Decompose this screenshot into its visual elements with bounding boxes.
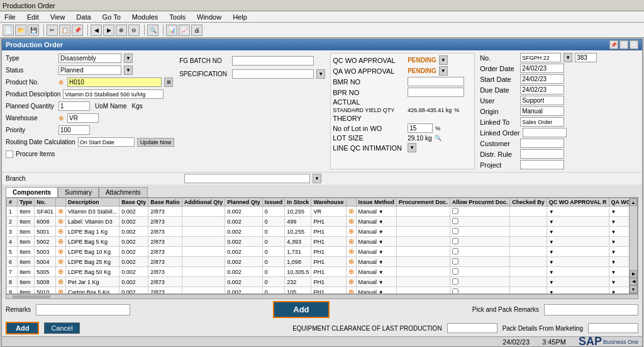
toolbar-btn-7[interactable]: ◀ xyxy=(91,25,102,36)
linked-to-input[interactable] xyxy=(520,117,564,127)
menu-window[interactable]: Window xyxy=(195,13,223,21)
toolbar-btn-9[interactable]: ⊕ xyxy=(116,25,127,36)
menu-view[interactable]: View xyxy=(48,13,67,21)
toolbar-btn-6[interactable]: 📌 xyxy=(72,25,83,36)
cell-qc-approval: ▼ xyxy=(547,277,609,287)
menu-tools[interactable]: Tools xyxy=(167,13,187,21)
no-lot-input[interactable] xyxy=(408,123,433,133)
table-row[interactable]: 5 Item 5003 ⊕ LDPE Bag 10 Kg 0.002 2/873… xyxy=(7,247,630,257)
toolbar-btn-4[interactable]: ✂ xyxy=(47,25,58,36)
cell-checked-by xyxy=(510,267,547,277)
branch-input[interactable] xyxy=(184,174,310,183)
toolbar-btn-1[interactable]: 📄 xyxy=(3,25,14,36)
specification-input[interactable] xyxy=(232,69,314,79)
window-close[interactable]: ✕ xyxy=(630,40,638,49)
window-restore[interactable]: ⊡ xyxy=(619,40,628,49)
priority-input[interactable] xyxy=(58,125,90,135)
spec-dropdown-btn[interactable]: ▼ xyxy=(316,69,325,79)
fg-batch-input[interactable] xyxy=(232,56,314,65)
no-input[interactable] xyxy=(520,53,561,62)
toolbar-btn-5[interactable]: 📋 xyxy=(59,25,70,36)
col-base-ratio: Base Ratio xyxy=(148,198,182,207)
table-row[interactable]: 4 Item 5002 ⊕ LDPE Bag 5 Kg 0.002 2/873 … xyxy=(7,237,630,247)
tab-attachments[interactable]: Attachments xyxy=(99,187,148,197)
scroll-left-btn[interactable]: ◀ xyxy=(630,278,637,285)
customer-input[interactable] xyxy=(520,139,564,148)
warehouse-input[interactable] xyxy=(67,113,99,123)
cell-planned-qty: 0.002 xyxy=(225,207,263,217)
line-qc-dropdown[interactable]: ▼ xyxy=(408,143,416,152)
table-row[interactable]: 1 Item SF401 ⊕ Vitamin D3 Stabiil... 0.0… xyxy=(7,207,630,217)
due-date-input[interactable] xyxy=(520,85,564,94)
procure-checkbox[interactable] xyxy=(6,151,13,158)
cell-base-qty: 0.002 xyxy=(119,217,148,227)
menu-edit[interactable]: Edit xyxy=(25,13,41,21)
planned-qty-input[interactable] xyxy=(58,101,90,111)
menu-help[interactable]: Help xyxy=(231,13,249,21)
menu-goto[interactable]: Go To xyxy=(101,13,123,21)
equipment-input[interactable] xyxy=(447,323,497,333)
branch-dropdown[interactable]: ▼ xyxy=(313,174,321,183)
big-add-button[interactable]: Add xyxy=(273,301,329,318)
cell-issued: 0 xyxy=(262,207,285,217)
cell-add-qty xyxy=(182,257,225,267)
distr-rule-input[interactable] xyxy=(520,149,564,159)
h-scrollbar-thumb[interactable] xyxy=(13,295,50,299)
update-now-btn[interactable]: Update Now xyxy=(137,138,175,147)
routing-input[interactable] xyxy=(78,137,135,147)
window-pin[interactable]: 📌 xyxy=(609,40,618,49)
table-row[interactable]: 9 Item 5010 ⊕ Carton Box 5 Kg 0.002 2/87… xyxy=(7,287,630,294)
type-dropdown-btn[interactable]: ▼ xyxy=(124,54,133,63)
toolbar-btn-10[interactable]: ⊖ xyxy=(128,25,140,36)
toolbar-btn-11[interactable]: 📊 xyxy=(166,25,177,36)
pick-pack-input[interactable] xyxy=(544,304,638,316)
order-date-input[interactable] xyxy=(520,64,564,73)
cell-checked-by xyxy=(510,207,547,217)
toolbar-btn-12[interactable]: 📈 xyxy=(179,25,190,36)
table-row[interactable]: 6 Item 5004 ⊕ LDPE Bag 25 Kg 0.002 2/873… xyxy=(7,257,630,267)
remarks-input[interactable] xyxy=(36,304,130,316)
bmr-input[interactable] xyxy=(408,77,464,86)
toolbar-btn-13[interactable]: 🖨 xyxy=(191,25,203,36)
qa-approval-dropdown[interactable]: ▼ xyxy=(439,66,448,76)
cell-num: 2 xyxy=(7,217,18,227)
product-desc-input[interactable] xyxy=(63,89,164,99)
no-suffix-input[interactable] xyxy=(575,53,597,62)
toolbar-btn-2[interactable]: 📂 xyxy=(15,25,26,36)
scroll-up-btn[interactable]: ▲ xyxy=(630,198,637,206)
scroll-down-btn[interactable]: ▼ xyxy=(630,285,637,293)
toolbar-btn-8[interactable]: ▶ xyxy=(103,25,114,36)
cancel-button[interactable]: Cancel xyxy=(44,322,79,334)
cell-qc-approval: ▼ xyxy=(547,217,609,227)
product-no-btn[interactable]: ⊞ xyxy=(164,77,173,87)
table-row[interactable]: 2 Item 6008 ⊕ Label: Vitamin D3 0.002 2/… xyxy=(7,217,630,227)
origin-input[interactable] xyxy=(520,106,564,116)
qc-approval-dropdown[interactable]: ▼ xyxy=(439,55,448,65)
status-dropdown-btn[interactable]: ▼ xyxy=(124,65,133,75)
add-button[interactable]: Add xyxy=(6,322,39,334)
status-input[interactable] xyxy=(58,65,121,75)
tab-components[interactable]: Components xyxy=(6,187,58,197)
menu-modules[interactable]: Modules xyxy=(130,13,160,21)
start-date-input[interactable] xyxy=(520,74,564,84)
linked-order-input[interactable] xyxy=(523,128,567,137)
pack-details-input[interactable] xyxy=(588,323,638,333)
table-row[interactable]: 8 Item 5008 ⊕ Pet Jar 1 Kg 0.002 2/873 0… xyxy=(7,277,630,287)
equipment-label: EQUIPMENT CLEARANCE OF LAST PRODUCTION xyxy=(292,325,441,332)
type-input[interactable] xyxy=(58,54,121,63)
table-row[interactable]: 7 Item 5005 ⊕ LDPE Bag 50 Kg 0.002 2/873… xyxy=(7,267,630,277)
table-row[interactable]: 3 Item 5001 ⊕ LDPE Bag 1 Kg 0.002 2/873 … xyxy=(7,227,630,237)
tab-summary[interactable]: Summary xyxy=(58,187,99,197)
project-input[interactable] xyxy=(520,160,564,169)
product-no-input[interactable] xyxy=(67,77,162,87)
cell-wh-icon: ⊕ xyxy=(346,247,356,257)
menu-data[interactable]: Data xyxy=(74,13,92,21)
toolbar-btn-filter[interactable]: 🔍 xyxy=(147,25,158,36)
no-dropdown-btn[interactable]: ▼ xyxy=(564,53,572,62)
menu-file[interactable]: File xyxy=(3,13,18,21)
scroll-right-btn[interactable]: ▶ xyxy=(630,270,637,278)
table-scrollbar[interactable]: ▲ ▶ ◀ ▼ xyxy=(629,198,638,293)
toolbar-btn-3[interactable]: 💾 xyxy=(28,25,39,36)
bpr-input[interactable] xyxy=(408,88,464,97)
user-input[interactable] xyxy=(520,96,564,105)
